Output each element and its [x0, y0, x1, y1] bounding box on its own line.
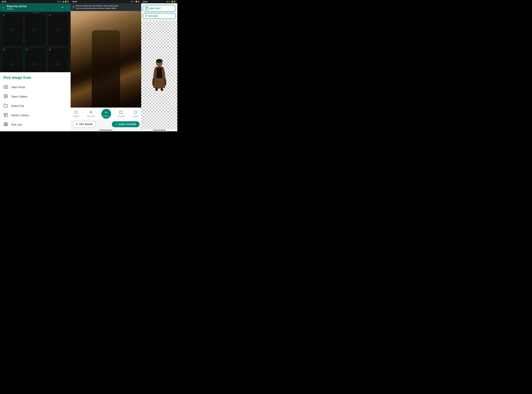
status-time-right: 18:04 — [143, 1, 147, 3]
svg-point-2 — [5, 95, 5, 96]
select-all-icon — [74, 110, 78, 115]
svg-rect-11 — [75, 113, 76, 114]
tray-icon-label: tray icon — [31, 11, 39, 13]
save-sticker-button[interactable]: ✓ SAVE STICKER — [112, 121, 140, 127]
cut-circle-label: Cut circle — [132, 115, 139, 117]
wifi-icon-right: 📶 — [172, 1, 173, 2]
person-silhouette — [92, 30, 120, 108]
svg-rect-6 — [6, 124, 7, 126]
cut-circle-tool[interactable]: Cut circle — [131, 109, 140, 118]
bottom-sheet: Pick image from Take Photo Open Gallery — [0, 72, 71, 131]
svg-rect-9 — [77, 111, 78, 112]
sticker-slot-2[interactable]: 2 🖼+ — [47, 13, 69, 47]
battery-icon: 🔋 — [67, 1, 69, 2]
more-icon[interactable]: ⋮ — [66, 6, 69, 9]
chat-subtitle: ak1411 — [7, 8, 59, 10]
info-banner: ℹ Draw an outline with your finger to se… — [71, 3, 141, 11]
text-t-icon: T — [145, 7, 148, 10]
wifi-icon-mid: 📶 — [136, 1, 137, 2]
check-icon-btn: ✓ — [115, 123, 117, 126]
slot-icon-5: 🖼+ — [55, 62, 61, 67]
share-icon[interactable]: ↗ — [61, 6, 63, 9]
svg-point-12 — [90, 111, 92, 112]
whatsapp-header: ← Pawri ho rhi hai ak1411 ↗ ⋮ — [0, 3, 71, 12]
slot-icon-1: 🖼+ — [10, 28, 15, 32]
cut-square-tool[interactable]: Cut square — [116, 109, 126, 118]
slot-icon-3: 🖼+ — [10, 62, 15, 67]
tray-slot[interactable]: tray icon 🖼+ — [25, 13, 46, 47]
status-bar-left: 18:04 📷 ✕ • 🔔 📶 🔋 — [0, 0, 71, 3]
open-gallery-label: Open Gallery — [11, 95, 28, 98]
svg-rect-4 — [4, 123, 5, 124]
slot-icon-4: 🖼+ — [32, 62, 38, 67]
status-bar-mid: 18:04 📷 ✕ • 📶 🔋 — [71, 0, 141, 3]
editor-toolbar: select all Smart select ✂ Freehand Cut — [71, 108, 141, 120]
image-canvas-area[interactable] — [71, 11, 141, 108]
slot-number-5: 5 — [49, 49, 51, 51]
status-time-mid: 18:04 — [72, 1, 77, 3]
right-buttons-area: T ADD TEXT ✏ OUTLINE — [141, 3, 177, 21]
header-icons: ↗ ⋮ — [61, 6, 69, 9]
freehand-tool[interactable]: ✂ Freehand — [101, 109, 111, 119]
panel-middle: 18:04 📷 ✕ • 📶 🔋 ℹ Draw an outline with y… — [71, 0, 141, 131]
svg-point-0 — [5, 86, 7, 88]
pick-image-title: Pick image from — [3, 76, 67, 80]
slot-number-3: 3 — [3, 49, 5, 51]
camera-icon-right: 📷 — [167, 1, 168, 2]
battery-icon-mid: 🔋 — [138, 1, 140, 2]
svg-rect-7 — [4, 124, 5, 126]
sticker-slot-1[interactable]: 1 🖼+ — [2, 13, 23, 47]
outline-button[interactable]: ✏ OUTLINE — [142, 13, 176, 19]
svg-rect-10 — [77, 113, 78, 114]
slot-icon-2: 🖼+ — [55, 28, 61, 32]
select-file-item[interactable]: Select File — [3, 101, 67, 111]
dot-icon-left: • — [62, 1, 62, 2]
text-icon — [3, 122, 8, 127]
add-text-button[interactable]: T ADD TEXT — [142, 5, 176, 12]
nav-line-mid — [99, 130, 112, 130]
chat-name: Pawri ho rhi hai — [7, 5, 59, 8]
svg-rect-5 — [6, 123, 7, 124]
dot-icon-right: • — [171, 1, 171, 2]
text-only-item[interactable]: Text only — [3, 120, 67, 129]
sticker-library-item[interactable]: Sticker Library — [3, 111, 67, 120]
svg-rect-13 — [120, 111, 122, 114]
tray-add-icon: 🖼+ — [32, 28, 38, 32]
divider-4 — [128, 110, 129, 117]
take-photo-item[interactable]: Take Photo — [3, 83, 67, 92]
bottom-actions: ✕ TRY AGAIN ✓ SAVE STICKER — [71, 120, 141, 129]
status-icons-right: 📷 ✕ • 📶 🔋 — [167, 1, 176, 2]
select-all-label: select all — [73, 115, 79, 117]
try-again-button[interactable]: ✕ TRY AGAIN — [72, 121, 96, 128]
room-photo — [71, 11, 141, 108]
x-icon-right: ✕ — [169, 1, 170, 2]
divider-3 — [113, 110, 114, 117]
camera-icon-mid: 📷 — [130, 1, 132, 2]
info-text: Draw an outline with your finger to sele… — [76, 5, 118, 10]
status-icons-mid: 📷 ✕ • 📶 🔋 — [130, 1, 140, 2]
x-icon-mid: ✕ — [133, 1, 134, 2]
svg-point-16 — [156, 59, 162, 63]
folder-icon — [3, 104, 8, 109]
freehand-label: Freehand — [103, 115, 109, 117]
slot-number-2: 2 — [49, 15, 51, 16]
save-sticker-label: SAVE STICKER — [119, 123, 136, 126]
wifi-icon: 📶 — [65, 1, 67, 2]
smart-select-label: Smart select — [87, 115, 95, 117]
slot-number-1: 1 — [3, 15, 5, 16]
select-all-tool[interactable]: select all — [72, 109, 81, 118]
open-gallery-item[interactable]: Open Gallery — [3, 92, 67, 101]
back-button[interactable]: ← — [2, 6, 5, 10]
svg-point-14 — [134, 111, 137, 114]
svg-rect-8 — [75, 111, 76, 112]
slot-number-4: 4 — [26, 49, 28, 51]
x-icon-left: ✕ — [60, 1, 61, 2]
panel-left: 18:04 📷 ✕ • 🔔 📶 🔋 ← Pawri ho rhi hai ak1… — [0, 0, 71, 131]
take-photo-label: Take Photo — [11, 86, 25, 89]
sticker-icon — [3, 113, 8, 118]
sticker-library-label: Sticker Library — [11, 114, 29, 117]
dot-icon-mid: • — [135, 1, 135, 2]
smart-select-tool[interactable]: Smart select — [85, 109, 97, 118]
camera-icon-left: 📷 — [57, 1, 59, 2]
x-icon-btn: ✕ — [76, 123, 78, 126]
